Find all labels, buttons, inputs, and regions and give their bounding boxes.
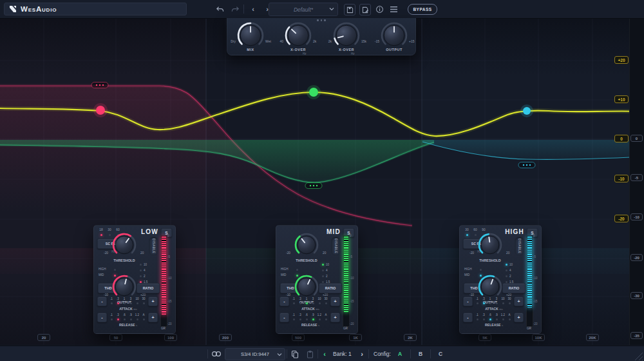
low-attack-led-30[interactable]	[143, 302, 145, 304]
low-thd-mode-mid[interactable]: MID	[99, 273, 104, 277]
high-sc-freq-30[interactable]: 30	[463, 228, 471, 231]
mid-output-knob[interactable]	[293, 273, 320, 300]
low-thd-led-high[interactable]	[114, 269, 116, 271]
mid-attack-value-3[interactable]: 3	[310, 297, 316, 300]
mid-release-value-1.2[interactable]: 1.2	[316, 313, 323, 317]
high-release-minus-button[interactable]: -	[463, 313, 473, 322]
high-release-value-A[interactable]: A	[506, 313, 513, 317]
low-ratio-value-2[interactable]: 2	[144, 275, 154, 278]
low-attack-value-1[interactable]: 1	[121, 297, 128, 300]
redo-button[interactable]	[229, 3, 242, 15]
mid-attack-value-.3[interactable]: .3	[297, 297, 303, 300]
low-ratio-led-10[interactable]	[140, 264, 142, 266]
high-attack-led-.1[interactable]	[477, 302, 478, 304]
high-ratio-button[interactable]: RATIO	[502, 283, 526, 293]
high-thd-mode-mid[interactable]: MID	[464, 273, 469, 277]
low-release-plus-button[interactable]: +	[148, 313, 158, 322]
low-attack-value-10[interactable]: 10	[134, 297, 140, 300]
mid-attack-led-.3[interactable]	[299, 302, 301, 304]
low-release-value-1.2[interactable]: 1.2	[134, 313, 140, 317]
high-release-plus-button[interactable]: +	[514, 313, 524, 322]
mid-attack-value-10[interactable]: 10	[316, 297, 323, 300]
low-release-value-.9[interactable]: .9	[128, 313, 134, 317]
high-release-led-.6[interactable]	[489, 318, 491, 320]
high-release-value-.9[interactable]: .9	[493, 313, 500, 317]
mid-attack-value-1[interactable]: 1	[303, 297, 310, 300]
high-thd-led-high[interactable]	[480, 269, 482, 271]
high-ratio-led-2[interactable]	[506, 275, 507, 277]
low-sc-led-18[interactable]	[100, 234, 102, 236]
low-release-led-.3[interactable]	[117, 318, 119, 320]
high-attack-value-30[interactable]: 30	[506, 297, 513, 300]
low-ratio-value-4[interactable]: 4	[144, 269, 154, 272]
high-attack-led-1[interactable]	[489, 302, 491, 304]
mid-attack-value-30[interactable]: 30	[323, 297, 329, 300]
mid-disable-button[interactable]: DISABLE	[331, 237, 341, 255]
mid-ratio-value-4[interactable]: 4	[326, 269, 336, 272]
high-attack-value-.1[interactable]: .1	[474, 297, 480, 300]
mid-attack-led-1[interactable]	[306, 302, 308, 304]
undo-button[interactable]	[213, 3, 226, 15]
mid-ratio-led-4[interactable]	[322, 269, 324, 271]
high-threshold-knob[interactable]	[477, 231, 504, 259]
mix-knob[interactable]	[236, 21, 265, 50]
high-attack-value-3[interactable]: 3	[493, 297, 500, 300]
mid-release-led-A[interactable]	[325, 318, 327, 320]
mid-release-minus-button[interactable]: -	[279, 313, 289, 322]
low-output-knob[interactable]	[111, 273, 138, 300]
high-attack-led-.3[interactable]	[483, 302, 485, 304]
low-release-led-A[interactable]	[143, 318, 145, 320]
paste-icon[interactable]	[304, 349, 316, 359]
high-release-value-.3[interactable]: .3	[480, 313, 487, 317]
mid-attack-led-10[interactable]	[319, 302, 321, 304]
device-select[interactable]: S3/4 ID:9447	[225, 348, 285, 360]
low-attack-value-.3[interactable]: .3	[115, 297, 121, 300]
low-attack-led-.1[interactable]	[111, 302, 113, 304]
low-attack-plus-button[interactable]: +	[148, 297, 158, 306]
low-attack-minus-button[interactable]: -	[97, 297, 107, 306]
low-ratio-button[interactable]: RATIO	[137, 283, 160, 293]
low-release-value-.6[interactable]: .6	[121, 313, 128, 317]
high-release-led-A[interactable]	[509, 318, 511, 320]
low-attack-value-30[interactable]: 30	[140, 297, 147, 300]
mid-attack-led-.1[interactable]	[293, 302, 295, 304]
mid-release-value-A[interactable]: A	[323, 313, 329, 317]
high-disable-button[interactable]: DISABLE	[515, 237, 524, 255]
mid-ratio-value-2[interactable]: 2	[326, 275, 336, 278]
mid-release-value-.9[interactable]: .9	[310, 313, 316, 317]
low-ratio-led-4[interactable]	[140, 269, 142, 271]
mid-attack-minus-button[interactable]: -	[279, 297, 289, 306]
high-attack-minus-button[interactable]: -	[463, 297, 473, 306]
xover-low-knob[interactable]	[283, 21, 313, 50]
high-ratio-value-2[interactable]: 2	[509, 275, 520, 278]
low-release-value-.1[interactable]: .1	[108, 313, 115, 317]
high-ratio-value-4[interactable]: 4	[509, 269, 520, 272]
high-release-led-.1[interactable]	[477, 318, 478, 320]
mid-ratio-led-10[interactable]	[322, 264, 324, 266]
high-attack-led-3[interactable]	[496, 302, 498, 304]
low-release-led-.9[interactable]	[130, 318, 132, 320]
mid-release-value-.6[interactable]: .6	[303, 313, 310, 317]
mid-ratio-button[interactable]: RATIO	[319, 283, 342, 293]
low-attack-value-3[interactable]: 3	[128, 297, 134, 300]
high-release-value-1.2[interactable]: 1.2	[500, 313, 506, 317]
prev-preset-button[interactable]: ‹	[247, 3, 260, 15]
copy-icon[interactable]	[289, 349, 301, 359]
high-attack-value-10[interactable]: 10	[500, 297, 506, 300]
mid-thd-led-high[interactable]	[296, 269, 298, 271]
mid-release-plus-button[interactable]: +	[330, 313, 340, 322]
low-release-led-1.2[interactable]	[137, 318, 138, 320]
low-attack-led-1[interactable]	[124, 302, 126, 304]
config-slot-b[interactable]: B	[415, 349, 426, 359]
mid-thd-mode-mid[interactable]: MID	[281, 273, 286, 277]
mid-threshold-knob[interactable]	[293, 231, 320, 259]
high-attack-led-30[interactable]	[509, 302, 511, 304]
preset-select[interactable]: Default*	[269, 3, 338, 16]
output-knob[interactable]	[379, 21, 409, 50]
mid-attack-plus-button[interactable]: +	[330, 297, 340, 306]
low-release-value-A[interactable]: A	[140, 313, 147, 317]
low-release-led-.6[interactable]	[124, 318, 126, 320]
high-thd-mode-high[interactable]: HIGH	[464, 268, 471, 271]
low-attack-led-3[interactable]	[130, 302, 132, 304]
mid-thd-mode-high[interactable]: HIGH	[281, 268, 288, 271]
